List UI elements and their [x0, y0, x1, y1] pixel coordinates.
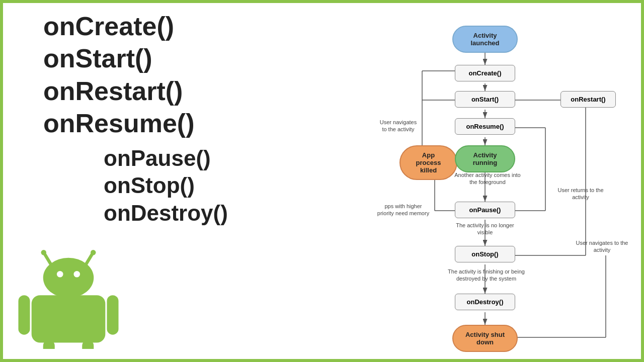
node-onpause: onPause() [455, 202, 515, 218]
label-user-navigates: User navigates to the activity [377, 119, 420, 133]
node-onresume: onResume() [455, 118, 515, 135]
flowchart: Activity launched onCreate() onStart() o… [374, 11, 631, 360]
method-onstop: onStop() [104, 172, 355, 199]
node-activity-running: Activity running [455, 145, 515, 172]
label-no-longer-visible: The activity is no longer visible [452, 222, 518, 236]
node-ondestroy: onDestroy() [455, 294, 515, 310]
svg-rect-7 [32, 295, 106, 342]
android-logo [13, 238, 124, 349]
svg-rect-8 [18, 295, 30, 335]
svg-point-1 [41, 250, 46, 255]
svg-point-3 [91, 250, 96, 255]
node-app-process-killed: App process killed [399, 145, 457, 180]
svg-point-5 [57, 271, 63, 278]
method-onpause: onPause() [104, 145, 355, 172]
node-oncreate: onCreate() [455, 65, 515, 81]
label-another-activity: Another activity comes into the foregrou… [452, 171, 523, 186]
node-activity-shutdown: Activity shut down [452, 325, 518, 352]
label-activity-finishing: The activity is finishing or being destr… [445, 268, 528, 283]
method-onrestart: onRestart() [43, 75, 355, 107]
node-onrestart: onRestart() [560, 91, 616, 108]
method-oncreate: onCreate() [43, 11, 355, 42]
method-onresume: onResume() [43, 108, 355, 139]
node-activity-launched: Activity launched [452, 26, 518, 53]
node-onstart: onStart() [455, 91, 515, 108]
svg-point-6 [73, 271, 80, 278]
method-ondestroy: onDestroy() [104, 200, 355, 227]
node-onstop: onStop() [455, 246, 515, 262]
method-onstart: onStart() [43, 43, 355, 74]
label-pps-memory: pps with higher priority need memory [377, 203, 430, 217]
svg-rect-9 [107, 295, 118, 335]
label-user-returns: User returns to the activity [555, 187, 606, 201]
svg-point-4 [43, 258, 94, 298]
label-user-navigates-2: User navigates to the activity [576, 239, 628, 254]
flowchart-panel: Activity launched onCreate() onStart() o… [374, 11, 631, 360]
